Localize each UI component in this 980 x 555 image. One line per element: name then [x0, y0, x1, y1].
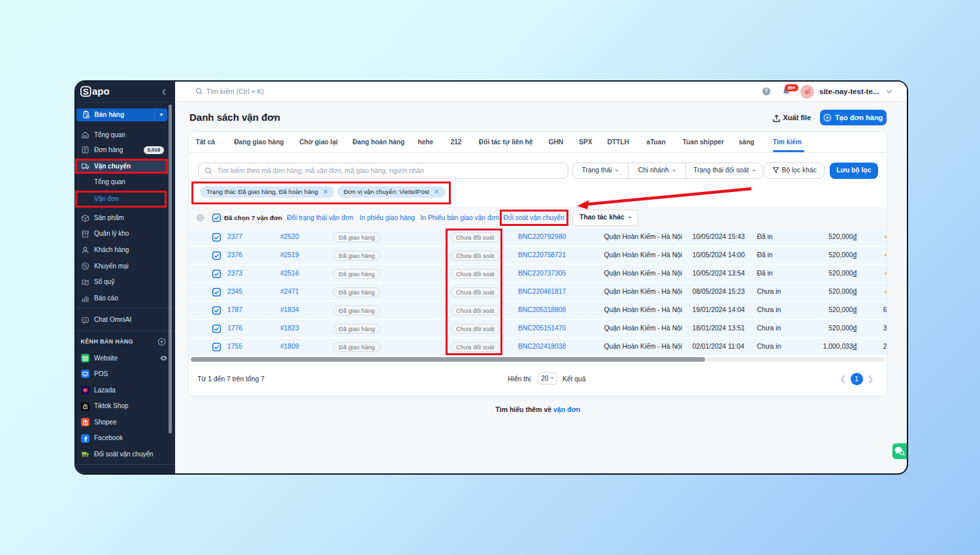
svg-text:S: S: [84, 421, 86, 424]
svg-text:apo: apo: [92, 86, 110, 97]
svg-text:S: S: [83, 87, 89, 97]
svg-text:AI: AI: [83, 317, 87, 321]
